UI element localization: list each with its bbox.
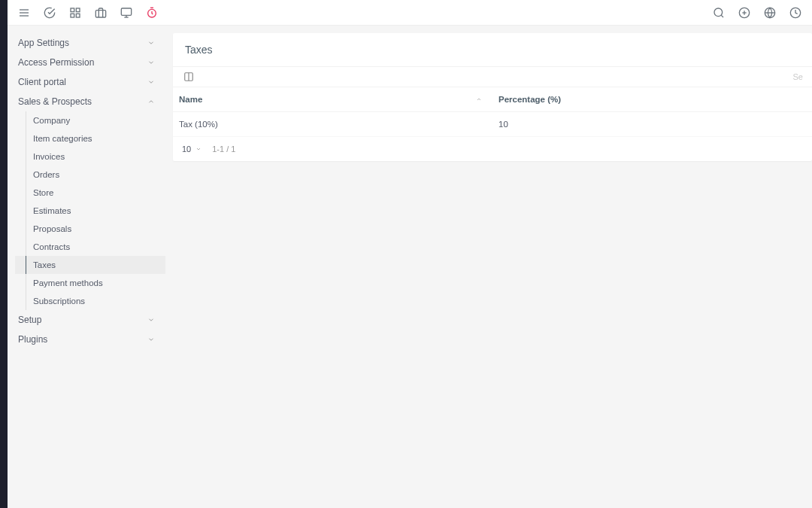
page-title: Taxes: [173, 33, 812, 66]
svg-line-13: [721, 15, 723, 17]
globe-icon[interactable]: [764, 7, 776, 19]
sidebar-item-company[interactable]: Company: [15, 111, 165, 129]
sidebar-section-label: Client portal: [18, 77, 66, 87]
sidebar-section-plugins[interactable]: Plugins: [8, 330, 165, 349]
sidebar-section-label: Access Permission: [18, 57, 94, 68]
cell-name: Tax (10%): [173, 112, 492, 137]
sidebar-item-contracts[interactable]: Contracts: [15, 238, 165, 256]
taxes-table: Name Percentage (%): [173, 87, 812, 137]
sidebar: App Settings Access Permission Client po…: [8, 26, 165, 508]
check-circle-icon[interactable]: [44, 7, 56, 19]
sort-asc-icon: [476, 96, 482, 102]
page-range: 1-1 / 1: [212, 144, 235, 154]
sidebar-section-sales-prospects[interactable]: Sales & Prospects: [8, 92, 165, 111]
cell-percentage: 10: [492, 112, 812, 137]
timer-icon[interactable]: [146, 7, 158, 19]
pager: 10 1-1 / 1: [173, 137, 812, 161]
briefcase-icon[interactable]: [95, 7, 107, 19]
svg-rect-6: [71, 14, 74, 17]
table-row[interactable]: Tax (10%) 10: [173, 112, 812, 137]
sidebar-item-orders[interactable]: Orders: [15, 166, 165, 184]
chevron-down-icon: [147, 78, 155, 86]
chevron-down-icon: [147, 59, 155, 66]
sidebar-item-payment-methods[interactable]: Payment methods: [15, 274, 165, 292]
chevron-down-icon: [147, 39, 155, 47]
sidebar-section-label: App Settings: [18, 38, 69, 48]
sidebar-section-client-portal[interactable]: Client portal: [8, 72, 165, 92]
per-page-select[interactable]: 10: [182, 144, 201, 154]
table-toolbar: Se: [173, 66, 812, 87]
sidebar-item-store[interactable]: Store: [15, 184, 165, 202]
sidebar-item-item-categories[interactable]: Item categories: [15, 129, 165, 148]
col-label: Percentage (%): [498, 95, 561, 104]
sidebar-item-proposals[interactable]: Proposals: [15, 220, 165, 238]
monitor-icon[interactable]: [120, 7, 132, 19]
clock-icon[interactable]: [789, 7, 801, 19]
sidebar-section-setup[interactable]: Setup: [8, 310, 165, 330]
sidebar-section-access-permission[interactable]: Access Permission: [8, 53, 165, 72]
chevron-down-icon: [147, 316, 155, 324]
topbar: [8, 0, 812, 26]
dark-rail: [0, 0, 8, 508]
svg-rect-3: [71, 8, 74, 12]
svg-rect-7: [95, 10, 105, 17]
sidebar-section-app-settings[interactable]: App Settings: [8, 33, 165, 53]
col-percentage[interactable]: Percentage (%): [492, 87, 812, 112]
sidebar-item-estimates[interactable]: Estimates: [15, 202, 165, 220]
search-icon[interactable]: [713, 7, 725, 19]
search-hint[interactable]: Se: [793, 72, 804, 81]
plus-circle-icon[interactable]: [738, 7, 750, 19]
menu-icon[interactable]: [18, 7, 30, 19]
grid-icon[interactable]: [69, 7, 81, 19]
per-page-value: 10: [182, 144, 191, 154]
taxes-card: Taxes Se: [173, 33, 812, 161]
chevron-down-icon: [195, 146, 201, 152]
svg-rect-4: [76, 8, 80, 12]
sidebar-item-invoices[interactable]: Invoices: [15, 148, 165, 166]
svg-rect-5: [76, 14, 80, 17]
chevron-down-icon: [147, 336, 155, 343]
svg-point-12: [714, 8, 723, 17]
chevron-up-icon: [147, 98, 155, 105]
columns-icon[interactable]: [183, 71, 194, 82]
sidebar-section-label: Plugins: [18, 334, 47, 345]
svg-rect-8: [121, 8, 131, 15]
col-label: Name: [179, 95, 202, 104]
sidebar-section-label: Sales & Prospects: [18, 96, 92, 107]
sidebar-section-label: Setup: [18, 315, 41, 325]
sidebar-item-taxes[interactable]: Taxes: [15, 256, 165, 274]
col-name[interactable]: Name: [173, 87, 492, 112]
sidebar-item-subscriptions[interactable]: Subscriptions: [15, 292, 165, 310]
